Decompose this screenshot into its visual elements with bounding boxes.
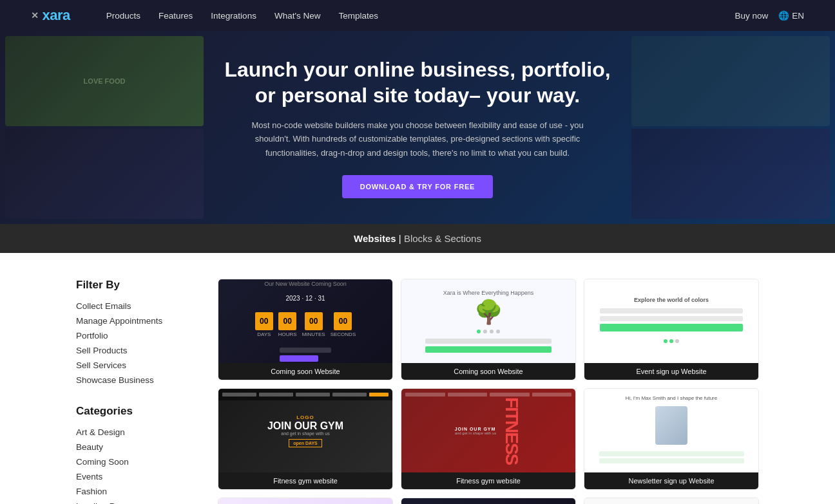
bg-thumb-grid bbox=[631, 36, 830, 126]
fitness-big-text: FITNESS bbox=[501, 397, 522, 464]
countdown-days-label: DAYS bbox=[257, 331, 271, 337]
filter-portfolio[interactable]: Portfolio bbox=[76, 329, 205, 342]
hero-title: Launch your online business, portfolio, … bbox=[211, 57, 624, 108]
template-label-3: Fitness gym website bbox=[218, 472, 392, 489]
dot-a bbox=[664, 339, 667, 343]
hero-cta-button[interactable]: DOWNLOAD & TRY FOR FREE bbox=[342, 175, 494, 198]
form-row-2 bbox=[600, 316, 742, 321]
template-label-5: Newsletter sign up Website bbox=[584, 472, 758, 489]
profile-image bbox=[655, 406, 687, 445]
countdown-minutes-label: MINUTES bbox=[302, 331, 325, 337]
template-thumb-6: ✉ Newsletter bbox=[218, 498, 392, 504]
form-row-1 bbox=[600, 308, 742, 313]
template-thumb-2: Explore the world of colors bbox=[584, 279, 758, 363]
category-fashion[interactable]: Fashion bbox=[76, 485, 205, 498]
dot-3 bbox=[490, 330, 494, 333]
profile-input-2 bbox=[599, 458, 744, 463]
template-card-4[interactable]: JOIN OUR GYM and get in shape with us FI… bbox=[401, 388, 576, 490]
category-coming-soon[interactable]: Coming Soon bbox=[76, 455, 205, 469]
template-card-3[interactable]: LOGO JOIN OUR GYM and get in shape with … bbox=[218, 388, 393, 490]
nav-link-integrations[interactable]: Integrations bbox=[211, 11, 256, 21]
template-card-2[interactable]: Explore the world of colors Event sign u… bbox=[584, 279, 759, 380]
category-beauty[interactable]: Beauty bbox=[76, 440, 205, 454]
filter-title: Filter By bbox=[76, 279, 205, 292]
template-thumb-4: JOIN OUR GYM and get in shape with us FI… bbox=[401, 389, 575, 472]
navbar: ✕ xara Products Features Integrations Wh… bbox=[0, 0, 835, 31]
template-thumb-1: Xara is Where Everything Happens 🌳 bbox=[401, 279, 575, 363]
category-links: Art & Design Beauty Coming Soon Events F… bbox=[76, 425, 205, 504]
template-thumb-7: 🔔 Get Notified bbox=[401, 498, 575, 504]
templates-grid: Our New Website Coming Soon 2023 · 12 · … bbox=[218, 279, 759, 504]
hero-bg-left: LOVE FOOD bbox=[0, 31, 209, 224]
hero-content: Launch your online business, portfolio, … bbox=[211, 57, 624, 198]
filter-sell-products[interactable]: Sell Products bbox=[76, 344, 205, 357]
language-selector[interactable]: 🌐 EN bbox=[778, 10, 804, 21]
form-submit-btn bbox=[425, 346, 552, 353]
dot-1 bbox=[477, 330, 481, 333]
hero-bg-right bbox=[626, 31, 835, 224]
dot-2 bbox=[483, 330, 487, 333]
filter-sell-services[interactable]: Sell Services bbox=[76, 359, 205, 372]
form-input-1 bbox=[425, 339, 552, 344]
template-thumb-0: Our New Website Coming Soon 2023 · 12 · … bbox=[218, 279, 392, 363]
nav-link-templates[interactable]: Templates bbox=[338, 11, 378, 21]
countdown-seconds: 00 bbox=[334, 312, 352, 330]
nav-links: Products Features Integrations What's Ne… bbox=[106, 11, 378, 21]
category-art-design[interactable]: Art & Design bbox=[76, 425, 205, 439]
light-form bbox=[425, 339, 552, 353]
template-card-1[interactable]: Xara is Where Everything Happens 🌳 Comin… bbox=[401, 279, 576, 380]
category-events[interactable]: Events bbox=[76, 470, 205, 483]
countdown-minutes: 00 bbox=[305, 312, 323, 330]
template-label-2: Event sign up Website bbox=[584, 363, 758, 380]
template-card-8[interactable]: style /. 🦭 Portfolio Website bbox=[584, 498, 759, 504]
nav-link-features[interactable]: Features bbox=[158, 11, 193, 21]
logo[interactable]: ✕ xara bbox=[31, 7, 70, 24]
countdown-display: 00 DAYS 00 HOURS 00 MINUTES 00 SECONDS bbox=[255, 312, 356, 337]
logo-text: xara bbox=[43, 7, 70, 24]
category-landing-pages[interactable]: Landing Pages bbox=[76, 499, 205, 504]
event-form bbox=[600, 308, 742, 331]
filter-collect-emails[interactable]: Collect Emails bbox=[76, 299, 205, 313]
template-card-0[interactable]: Our New Website Coming Soon 2023 · 12 · … bbox=[218, 279, 393, 380]
bg-thumb-photo bbox=[631, 129, 830, 219]
countdown-hours-label: HOURS bbox=[278, 331, 297, 337]
hero-subtitle: Most no-code website builders make you c… bbox=[250, 118, 585, 160]
categories-title: Categories bbox=[76, 405, 205, 418]
dot-4 bbox=[496, 330, 500, 333]
filter-manage-appointments[interactable]: Manage Appointments bbox=[76, 314, 205, 328]
nav-link-buy[interactable]: Buy now bbox=[734, 11, 768, 21]
nav-right: Buy now 🌐 EN bbox=[734, 10, 804, 21]
filter-links: Collect Emails Manage Appointments Portf… bbox=[76, 299, 205, 387]
template-card-7[interactable]: 🔔 Get Notified Newsletter subscription W… bbox=[401, 498, 576, 504]
divider-bold: Websites bbox=[354, 233, 396, 244]
sidebar: Filter By Collect Emails Manage Appointm… bbox=[76, 279, 218, 504]
template-card-6[interactable]: ✉ Newsletter Newsletter Subscription Web… bbox=[218, 498, 393, 504]
tree-icon: 🌳 bbox=[474, 299, 503, 326]
template-card-5[interactable]: Hi, I'm Max Smith and I shape the future… bbox=[584, 388, 759, 490]
nav-link-whats-new[interactable]: What's New bbox=[274, 11, 321, 21]
form-btn bbox=[600, 324, 742, 331]
divider-light: Blocks & Sections bbox=[404, 233, 481, 244]
profile-input-1 bbox=[599, 451, 744, 456]
template-thumb-3: LOGO JOIN OUR GYM and get in shape with … bbox=[218, 389, 392, 472]
template-label-4: Fitness gym website bbox=[401, 472, 575, 489]
dot-b bbox=[669, 339, 673, 343]
profile-text bbox=[599, 451, 744, 463]
countdown-hours: 00 bbox=[278, 312, 296, 330]
divider-separator: | bbox=[396, 233, 404, 244]
bg-thumb-dark bbox=[5, 129, 204, 219]
countdown-seconds-label: SECONDS bbox=[331, 331, 356, 337]
hero-section: LOVE FOOD Launch your online business, p… bbox=[0, 31, 835, 224]
dot-c bbox=[675, 339, 679, 343]
nav-link-products[interactable]: Products bbox=[106, 11, 140, 21]
template-label-0: Coming soon Website bbox=[218, 363, 392, 380]
countdown-days: 00 bbox=[255, 312, 273, 330]
section-divider: Websites | Blocks & Sections bbox=[0, 224, 835, 253]
filter-showcase-business[interactable]: Showcase Business bbox=[76, 373, 205, 387]
template-label-1: Coming soon Website bbox=[401, 363, 575, 380]
template-thumb-5: Hi, I'm Max Smith and I shape the future bbox=[584, 389, 758, 472]
main-content: Filter By Collect Emails Manage Appointm… bbox=[63, 253, 772, 504]
bg-thumb-food: LOVE FOOD bbox=[5, 36, 204, 126]
dots-row bbox=[664, 339, 679, 343]
x-mark-icon: ✕ bbox=[31, 10, 39, 21]
